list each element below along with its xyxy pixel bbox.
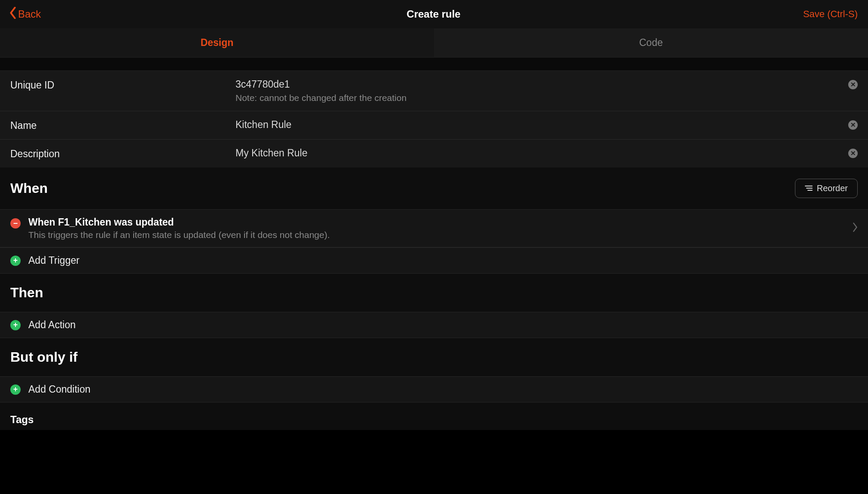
tab-code[interactable]: Code bbox=[434, 28, 868, 57]
navbar: Back Create rule Save (Ctrl-S) bbox=[0, 0, 868, 28]
trigger-title: When F1_Kitchen was updated bbox=[28, 217, 845, 228]
butonlyif-title: But only if bbox=[10, 349, 77, 365]
tags-title: Tags bbox=[10, 414, 34, 426]
back-label: Back bbox=[18, 8, 41, 20]
reorder-button[interactable]: Reorder bbox=[795, 179, 858, 198]
field-description: Description ✕ bbox=[0, 140, 868, 168]
add-trigger-row[interactable]: + Add Trigger bbox=[0, 247, 868, 274]
clear-icon[interactable]: ✕ bbox=[848, 80, 858, 89]
main-content: Unique ID ✕ Note: cannot be changed afte… bbox=[0, 57, 868, 430]
description-input[interactable] bbox=[235, 147, 843, 159]
trigger-subtitle: This triggers the rule if an item state … bbox=[28, 230, 845, 240]
plus-icon: + bbox=[10, 256, 21, 266]
chevron-left-icon bbox=[9, 7, 16, 21]
separator bbox=[0, 57, 868, 71]
trigger-item[interactable]: − When F1_Kitchen was updated This trigg… bbox=[0, 209, 868, 247]
back-button[interactable]: Back bbox=[9, 7, 41, 21]
tags-section-header: Tags bbox=[0, 403, 868, 430]
then-section-header: Then bbox=[0, 274, 868, 312]
add-trigger-label: Add Trigger bbox=[28, 255, 79, 266]
navbar-left: Back bbox=[9, 7, 292, 21]
plus-icon: + bbox=[10, 320, 21, 330]
name-input[interactable] bbox=[235, 119, 843, 131]
tab-bar: Design Code bbox=[0, 28, 868, 57]
when-section-header: When Reorder bbox=[0, 168, 868, 209]
unique-id-input[interactable] bbox=[235, 79, 843, 90]
plus-icon: + bbox=[10, 384, 21, 395]
clear-icon[interactable]: ✕ bbox=[848, 149, 858, 158]
chevron-right-icon bbox=[853, 223, 858, 235]
unique-id-value-col: ✕ Note: cannot be changed after the crea… bbox=[235, 79, 858, 103]
field-unique-id: Unique ID ✕ Note: cannot be changed afte… bbox=[0, 71, 868, 111]
minus-icon[interactable]: − bbox=[10, 218, 21, 229]
add-condition-row[interactable]: + Add Condition bbox=[0, 376, 868, 403]
add-condition-label: Add Condition bbox=[28, 384, 91, 395]
navbar-right: Save (Ctrl-S) bbox=[575, 9, 858, 20]
reorder-icon bbox=[805, 183, 813, 193]
description-label: Description bbox=[10, 147, 225, 160]
add-action-label: Add Action bbox=[28, 319, 76, 331]
when-title: When bbox=[10, 180, 48, 196]
unique-id-label: Unique ID bbox=[10, 79, 225, 91]
field-name: Name ✕ bbox=[0, 111, 868, 140]
save-button[interactable]: Save (Ctrl-S) bbox=[803, 9, 858, 20]
trigger-body: When F1_Kitchen was updated This trigger… bbox=[28, 217, 845, 240]
butonlyif-section-header: But only if bbox=[0, 338, 868, 376]
name-label: Name bbox=[10, 119, 225, 131]
page-title: Create rule bbox=[292, 8, 575, 20]
then-title: Then bbox=[10, 285, 43, 301]
rule-form: Unique ID ✕ Note: cannot be changed afte… bbox=[0, 71, 868, 168]
add-action-row[interactable]: + Add Action bbox=[0, 312, 868, 338]
tab-design[interactable]: Design bbox=[0, 28, 434, 57]
unique-id-note: Note: cannot be changed after the creati… bbox=[235, 93, 858, 103]
reorder-label: Reorder bbox=[817, 183, 848, 193]
clear-icon[interactable]: ✕ bbox=[848, 120, 858, 130]
